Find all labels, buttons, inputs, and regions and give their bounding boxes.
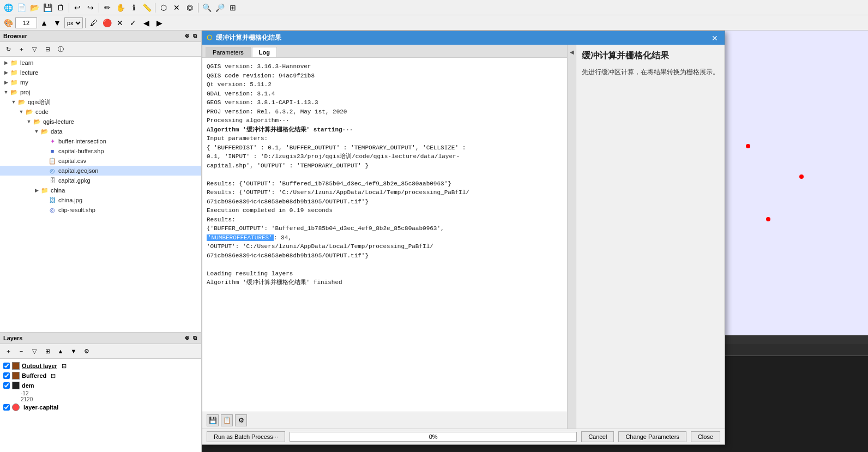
layer-capital[interactable]: layer-capital: [3, 402, 198, 412]
capital-geojson-label: capital.geojson: [58, 167, 98, 174]
browser-item-my[interactable]: ▶ 📁 my: [0, 77, 201, 87]
cancel-button[interactable]: Cancel: [581, 431, 614, 442]
browser-properties-icon[interactable]: ⓘ: [55, 43, 67, 55]
select-icon[interactable]: ⬡: [158, 2, 170, 14]
browser-item-qgis-training[interactable]: ▼ 📂 qgis培训: [0, 97, 201, 107]
browser-item-capital-gpkg[interactable]: 🗄 capital.gpkg: [0, 176, 201, 185]
zoom-in-icon[interactable]: 🔍: [201, 2, 213, 14]
layer-buffered-expand[interactable]: ⊟: [51, 372, 56, 379]
browser-refresh-icon[interactable]: ↻: [2, 43, 14, 55]
browser-item-china-jpg[interactable]: 🖼 china.jpg: [0, 195, 201, 205]
edit-icon[interactable]: ✏: [101, 2, 113, 14]
dialog-footer-copy-icon[interactable]: 📋: [221, 414, 233, 426]
browser-item-capital-geojson[interactable]: ◎ capital.geojson: [0, 166, 201, 176]
browser-item-capital-csv[interactable]: 📋 capital.csv: [0, 156, 201, 166]
capital-buffer-label: capital-buffer.shp: [58, 148, 104, 154]
dialog-close-button[interactable]: ✕: [709, 34, 720, 43]
pan-icon[interactable]: ✋: [114, 2, 126, 14]
redo-icon[interactable]: ↪: [85, 2, 97, 14]
layer-output[interactable]: Output layer ⊟: [3, 361, 198, 371]
browser-add-icon[interactable]: ＋: [15, 43, 27, 55]
browser-item-buffer-intersection[interactable]: ✦ buffer-intersection: [0, 136, 201, 146]
browser-close-icon[interactable]: ⊗: [184, 32, 190, 40]
save-as-icon[interactable]: 🗒: [55, 2, 67, 14]
layer-output-expand[interactable]: ⊟: [62, 363, 67, 370]
browser-item-clip-result[interactable]: ◎ clip-result.shp: [0, 205, 201, 215]
qgis-lecture-folder-icon: 📂: [33, 117, 41, 126]
font-unit-select[interactable]: px pt: [64, 17, 83, 28]
browser-filter-icon[interactable]: ▽: [28, 43, 40, 55]
learn-label: learn: [20, 59, 33, 66]
china-label: china: [51, 187, 65, 194]
close-button[interactable]: Close: [691, 431, 720, 442]
browser-item-capital-buffer[interactable]: ■ capital-buffer.shp: [0, 146, 201, 156]
font-size-down[interactable]: ▼: [51, 17, 63, 29]
layer-output-checkbox[interactable]: [3, 363, 10, 369]
deselect-icon[interactable]: ✕: [171, 2, 183, 14]
filter-icon[interactable]: ⏣: [184, 2, 196, 14]
browser-item-qgis-lecture[interactable]: ▼ 📂 qgis-lecture: [0, 117, 201, 126]
open-project-icon[interactable]: 📂: [28, 2, 40, 14]
browser-item-learn[interactable]: ▶ 📁 learn: [0, 58, 201, 68]
color-icon[interactable]: 🔴: [101, 17, 113, 29]
style-icon[interactable]: 🎨: [2, 17, 14, 29]
layer-dem[interactable]: dem: [3, 381, 198, 390]
dialog-tab-parameters[interactable]: Parameters: [206, 47, 251, 57]
browser-item-proj[interactable]: ▼ 📂 proj: [0, 87, 201, 97]
clip-result-label: clip-result.shp: [58, 207, 95, 213]
log-line-qt: Qt version: 5.11.2: [207, 80, 563, 89]
browser-item-china[interactable]: ▶ 📁 china: [0, 185, 201, 195]
qgis-lecture-arrow: ▼: [25, 119, 33, 124]
browser-item-lecture[interactable]: ▶ 📁 lecture: [0, 68, 201, 77]
change-params-button[interactable]: Change Parameters: [618, 431, 686, 442]
zoom-full-icon[interactable]: ⊞: [227, 2, 239, 14]
browser-title: Browser: [3, 33, 27, 39]
sep1: [69, 3, 69, 13]
log-line-results3: 671cb986e8394c4c8053eb08db9b1395/OUTPUT.…: [207, 197, 563, 207]
capital-gpkg-label: capital.gpkg: [58, 177, 91, 184]
my-label: my: [20, 79, 28, 86]
dialog-footer-save-icon[interactable]: 💾: [207, 414, 219, 426]
layer-buffered[interactable]: Buffered ⊟: [3, 371, 198, 381]
cross-icon[interactable]: ✕: [114, 17, 126, 29]
layers-header-icons: ⊗ ⧉: [184, 334, 198, 342]
font-size-up[interactable]: ▲: [38, 17, 50, 29]
log-line-loading: Loading resulting layers: [207, 269, 563, 279]
capital-csv-label: capital.csv: [58, 158, 86, 164]
china-jpg-label: china.jpg: [58, 197, 82, 203]
font-size-input[interactable]: 12: [15, 17, 37, 28]
qgis-icon[interactable]: 🌐: [2, 2, 14, 14]
arrow-right-icon[interactable]: ▶: [153, 17, 165, 29]
batch-process-button[interactable]: Run as Batch Process···: [207, 431, 285, 442]
layers-move-up-icon[interactable]: ▲: [55, 345, 67, 357]
layers-close-icon[interactable]: ⊗: [184, 334, 190, 342]
measure-icon[interactable]: 📏: [141, 2, 153, 14]
layer-dem-checkbox[interactable]: [3, 382, 10, 389]
identify-icon[interactable]: ℹ: [128, 2, 140, 14]
pen-tool-icon[interactable]: 🖊: [88, 17, 100, 29]
layers-filter-icon[interactable]: ▽: [28, 345, 40, 357]
save-project-icon[interactable]: 💾: [41, 2, 53, 14]
check-icon[interactable]: ✓: [127, 17, 139, 29]
layers-float-icon[interactable]: ⧉: [192, 334, 198, 342]
browser-float-icon[interactable]: ⧉: [192, 32, 198, 40]
code-arrow: ▼: [17, 109, 25, 114]
layers-settings-icon[interactable]: ⚙: [81, 345, 93, 357]
layers-remove-icon[interactable]: −: [15, 345, 27, 357]
sep2: [99, 3, 99, 13]
layer-buffered-checkbox[interactable]: [3, 372, 10, 379]
help-toggle[interactable]: ◀: [568, 45, 576, 429]
layers-group-icon[interactable]: ⊞: [41, 345, 53, 357]
layers-move-down-icon[interactable]: ▼: [68, 345, 80, 357]
browser-item-code[interactable]: ▼ 📂 code: [0, 107, 201, 117]
zoom-out-icon[interactable]: 🔎: [214, 2, 226, 14]
dialog-tab-log[interactable]: Log: [252, 47, 277, 57]
browser-item-data[interactable]: ▼ 📂 data: [0, 126, 201, 136]
layer-capital-checkbox[interactable]: [3, 404, 10, 411]
undo-icon[interactable]: ↩: [71, 2, 83, 14]
dialog-footer-settings-icon[interactable]: ⚙: [235, 414, 247, 426]
browser-collapse-icon[interactable]: ⊟: [41, 43, 53, 55]
arrow-left-icon[interactable]: ◀: [140, 17, 152, 29]
new-project-icon[interactable]: 📄: [15, 2, 27, 14]
layers-add-icon[interactable]: ＋: [2, 345, 14, 357]
